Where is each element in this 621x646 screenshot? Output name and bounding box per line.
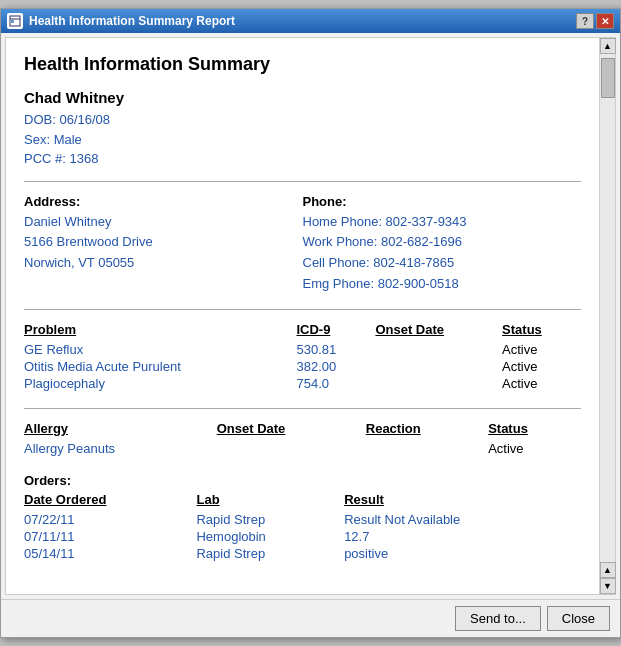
patient-dob: DOB: 06/16/08	[24, 110, 581, 130]
footer: Send to... Close	[1, 599, 620, 637]
divider-2	[24, 309, 581, 310]
allergy-col-onset: Onset Date	[217, 421, 366, 440]
allergy-col-status: Status	[488, 421, 581, 440]
scroll-bottom-buttons: ▲ ▼	[600, 562, 616, 594]
content-area: Health Information Summary Chad Whitney …	[6, 38, 599, 594]
scroll-thumb[interactable]	[601, 58, 615, 98]
phone-emg: Emg Phone: 802-900-0518	[303, 274, 582, 295]
problems-table: Problem ICD-9 Onset Date Status GE Reflu…	[24, 322, 581, 392]
scrollbar[interactable]: ▲ ▲ ▼	[599, 38, 615, 594]
title-bar-left: Health Information Summary Report	[7, 13, 235, 29]
table-row: 07/11/11 Hemoglobin 12.7	[24, 528, 581, 545]
patient-sex: Sex: Male	[24, 130, 581, 150]
table-row: Allergy Peanuts Active	[24, 440, 581, 457]
order-result-cell: Result Not Available	[344, 511, 581, 528]
sex-label: Sex:	[24, 132, 50, 147]
window-icon	[7, 13, 23, 29]
table-row: Otitis Media Acute Purulent 382.00 Activ…	[24, 358, 581, 375]
orders-label: Orders:	[24, 473, 581, 488]
main-window: Health Information Summary Report ? ✕ He…	[0, 8, 621, 638]
dob-label: DOB:	[24, 112, 56, 127]
pcc-value: 1368	[70, 151, 99, 166]
allergy-table: Allergy Onset Date Reaction Status Aller…	[24, 421, 581, 457]
phone-col: Phone: Home Phone: 802-337-9343 Work Pho…	[303, 194, 582, 295]
orders-table: Date Ordered Lab Result 07/22/11 Rapid S…	[24, 492, 581, 562]
close-button[interactable]: Close	[547, 606, 610, 631]
scroll-down-button-2[interactable]: ▼	[600, 578, 616, 594]
pcc-label: PCC #:	[24, 151, 66, 166]
order-date-cell: 07/11/11	[24, 528, 196, 545]
page-title: Health Information Summary	[24, 54, 581, 75]
orders-col-lab: Lab	[196, 492, 344, 511]
title-bar: Health Information Summary Report ? ✕	[1, 9, 620, 33]
help-button[interactable]: ?	[576, 13, 594, 29]
order-date-cell: 05/14/11	[24, 545, 196, 562]
dob-value: 06/16/08	[59, 112, 110, 127]
reaction-cell	[366, 440, 488, 457]
address-label: Address:	[24, 194, 303, 209]
onset-cell	[375, 358, 502, 375]
phone-label: Phone:	[303, 194, 582, 209]
problems-col-icd9: ICD-9	[296, 322, 375, 341]
icd9-cell: 382.00	[296, 358, 375, 375]
allergy-cell: Allergy Peanuts	[24, 440, 217, 457]
problems-col-onset: Onset Date	[375, 322, 502, 341]
patient-name: Chad Whitney	[24, 89, 581, 106]
allergy-col-allergy: Allergy	[24, 421, 217, 440]
window-title: Health Information Summary Report	[29, 14, 235, 28]
patient-pcc: PCC #: 1368	[24, 149, 581, 169]
divider-1	[24, 181, 581, 182]
phone-work: Work Phone: 802-682-1696	[303, 232, 582, 253]
sex-value: Male	[54, 132, 82, 147]
title-bar-buttons: ? ✕	[576, 13, 614, 29]
problem-cell: Plagiocephaly	[24, 375, 296, 392]
window-close-button[interactable]: ✕	[596, 13, 614, 29]
address-phone-section: Address: Daniel Whitney 5166 Brentwood D…	[24, 194, 581, 295]
problems-section: Problem ICD-9 Onset Date Status GE Reflu…	[24, 322, 581, 392]
allergy-onset-cell	[217, 440, 366, 457]
orders-col-result: Result	[344, 492, 581, 511]
address-line-3: Norwich, VT 05055	[24, 253, 303, 274]
window-body: Health Information Summary Chad Whitney …	[5, 37, 616, 595]
order-lab-cell: Rapid Strep	[196, 545, 344, 562]
phone-home: Home Phone: 802-337-9343	[303, 212, 582, 233]
allergy-status-cell: Active	[488, 440, 581, 457]
address-col: Address: Daniel Whitney 5166 Brentwood D…	[24, 194, 303, 295]
table-row: 05/14/11 Rapid Strep positive	[24, 545, 581, 562]
table-row: Plagiocephaly 754.0 Active	[24, 375, 581, 392]
scroll-down-button-1[interactable]: ▲	[600, 562, 616, 578]
status-cell: Active	[502, 341, 581, 358]
allergy-col-reaction: Reaction	[366, 421, 488, 440]
phone-cell: Cell Phone: 802-418-7865	[303, 253, 582, 274]
onset-cell	[375, 375, 502, 392]
divider-3	[24, 408, 581, 409]
problem-cell: Otitis Media Acute Purulent	[24, 358, 296, 375]
order-result-cell: positive	[344, 545, 581, 562]
scroll-track[interactable]	[600, 54, 615, 562]
order-result-cell: 12.7	[344, 528, 581, 545]
send-to-button[interactable]: Send to...	[455, 606, 541, 631]
problems-col-problem: Problem	[24, 322, 296, 341]
table-row: GE Reflux 530.81 Active	[24, 341, 581, 358]
problem-cell: GE Reflux	[24, 341, 296, 358]
scroll-up-button[interactable]: ▲	[600, 38, 616, 54]
problems-col-status: Status	[502, 322, 581, 341]
onset-cell	[375, 341, 502, 358]
address-line-1: Daniel Whitney	[24, 212, 303, 233]
allergy-section: Allergy Onset Date Reaction Status Aller…	[24, 421, 581, 457]
order-date-cell: 07/22/11	[24, 511, 196, 528]
status-cell: Active	[502, 375, 581, 392]
status-cell: Active	[502, 358, 581, 375]
icd9-cell: 530.81	[296, 341, 375, 358]
icd9-cell: 754.0	[296, 375, 375, 392]
order-lab-cell: Rapid Strep	[196, 511, 344, 528]
order-lab-cell: Hemoglobin	[196, 528, 344, 545]
orders-section: Orders: Date Ordered Lab Result 07/22/11…	[24, 473, 581, 562]
table-row: 07/22/11 Rapid Strep Result Not Availabl…	[24, 511, 581, 528]
orders-col-date: Date Ordered	[24, 492, 196, 511]
svg-rect-2	[11, 20, 14, 23]
address-line-2: 5166 Brentwood Drive	[24, 232, 303, 253]
